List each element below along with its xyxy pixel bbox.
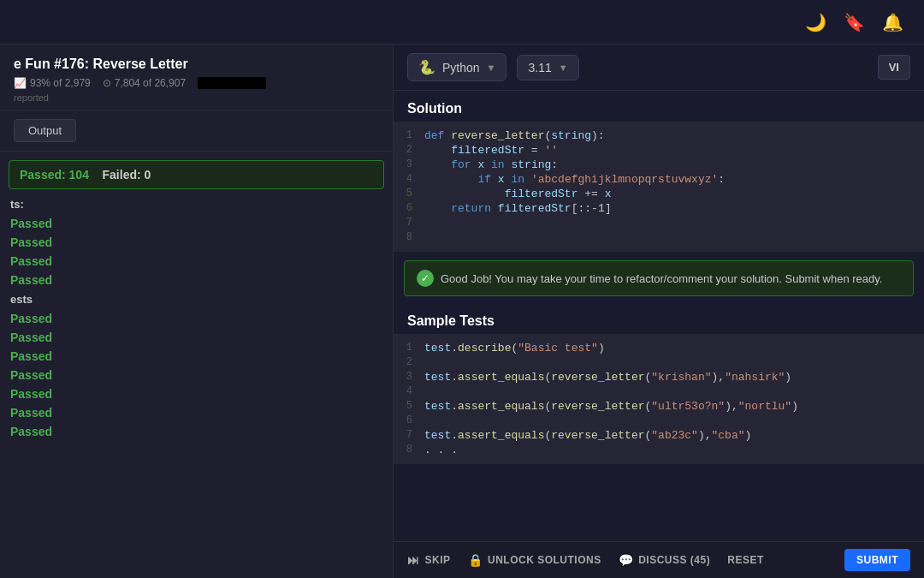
list-item: Passed bbox=[0, 328, 393, 347]
satisfaction-value: 93% of 2,979 bbox=[30, 77, 91, 89]
reset-button[interactable]: RESET bbox=[727, 554, 764, 566]
language-name: Python bbox=[442, 61, 480, 74]
results-panel: Passed: 104 Failed: 0 ts: Passed Passed … bbox=[0, 152, 393, 578]
code-line-8: 8 bbox=[394, 230, 924, 245]
satisfaction-meta: 📈 93% of 2,979 bbox=[14, 77, 91, 89]
kata-meta: 📈 93% of 2,979 ⊙ 7,804 of 26,907 bbox=[14, 77, 379, 89]
sample-line-8: 8 . . . bbox=[394, 443, 924, 457]
code-line-5: 5 filteredStr += x bbox=[394, 187, 924, 201]
python-icon: 🐍 bbox=[418, 59, 435, 75]
output-tab[interactable]: Output bbox=[14, 119, 76, 142]
skip-button[interactable]: ⏭ SKIP bbox=[407, 553, 451, 567]
version-selector[interactable]: 3.11 ▼ bbox=[517, 55, 578, 80]
code-line-3: 3 for x in string: bbox=[394, 158, 924, 172]
left-panel: e Fun #176: Reverse Letter 📈 93% of 2,97… bbox=[0, 45, 394, 578]
reported-link[interactable]: reported bbox=[14, 92, 379, 103]
list-item: Passed bbox=[0, 309, 393, 328]
code-line-6: 6 return filteredStr[::-1] bbox=[394, 201, 924, 216]
language-selector[interactable]: 🐍 Python ▼ bbox=[407, 53, 506, 81]
more-tests-label: ests bbox=[0, 289, 393, 309]
unlock-solutions-button[interactable]: 🔒 UNLOCK SOLUTIONS bbox=[468, 553, 601, 567]
skip-label: SKIP bbox=[425, 554, 451, 566]
bookmark-icon[interactable]: 🔖 bbox=[844, 12, 865, 33]
user-avatar bbox=[198, 77, 266, 89]
test-section-label: ts: bbox=[0, 194, 393, 214]
list-item: Passed bbox=[0, 422, 393, 441]
success-message: Good Job! You may take your time to refa… bbox=[441, 272, 882, 285]
reset-label: RESET bbox=[727, 554, 764, 566]
sample-code: 1 test.describe("Basic test") 2 3 test.a… bbox=[394, 334, 924, 464]
chevron-down-icon: ▼ bbox=[487, 63, 496, 73]
sample-line-1: 1 test.describe("Basic test") bbox=[394, 341, 924, 355]
sample-line-3: 3 test.assert_equals(reverse_letter("kri… bbox=[394, 370, 924, 384]
submit-label: SUBMIT bbox=[856, 554, 898, 566]
moon-icon[interactable]: 🌙 bbox=[805, 12, 826, 33]
solution-header: Solution bbox=[394, 91, 924, 122]
results-summary: Passed: 104 Failed: 0 bbox=[9, 160, 384, 189]
list-item: Passed bbox=[0, 214, 393, 233]
vi-button[interactable]: VI bbox=[878, 55, 910, 80]
right-panel: 🐍 Python ▼ 3.11 ▼ VI Solution 1 def reve… bbox=[394, 45, 924, 578]
list-item: Passed bbox=[0, 384, 393, 403]
submit-button[interactable]: SUBMIT bbox=[844, 549, 910, 571]
action-bar: ⏭ SKIP 🔒 UNLOCK SOLUTIONS 💬 DISCUSS (45)… bbox=[394, 541, 924, 578]
discuss-icon: 💬 bbox=[619, 553, 634, 567]
version-value: 3.11 bbox=[528, 61, 551, 74]
code-editor[interactable]: 1 def reverse_letter(string): 2 filtered… bbox=[394, 122, 924, 252]
completions-icon: ⊙ bbox=[103, 77, 111, 89]
chevron-down-icon-2: ▼ bbox=[559, 63, 568, 73]
passed-count: Passed: 104 bbox=[20, 168, 89, 182]
sample-line-5: 5 test.assert_equals(reverse_letter("ult… bbox=[394, 399, 924, 414]
code-line-7: 7 bbox=[394, 216, 924, 230]
list-item: Passed bbox=[0, 271, 393, 289]
lock-icon: 🔒 bbox=[468, 553, 483, 567]
bell-icon[interactable]: 🔔 bbox=[882, 12, 903, 33]
kata-header: e Fun #176: Reverse Letter 📈 93% of 2,97… bbox=[0, 45, 393, 110]
sample-line-7: 7 test.assert_equals(reverse_letter("ab2… bbox=[394, 428, 924, 443]
list-item: Passed bbox=[0, 233, 393, 252]
code-line-4: 4 if x in 'abcdefghijklmnopqrstuvwxyz': bbox=[394, 172, 924, 187]
list-item: Passed bbox=[0, 252, 393, 271]
failed-count: Failed: 0 bbox=[103, 168, 151, 182]
kata-title: e Fun #176: Reverse Letter bbox=[14, 57, 379, 72]
discuss-label: DISCUSS (45) bbox=[638, 554, 710, 566]
completions-meta: ⊙ 7,804 of 26,907 bbox=[103, 77, 186, 89]
unlock-label: UNLOCK SOLUTIONS bbox=[488, 554, 601, 566]
sample-line-4: 4 bbox=[394, 384, 924, 399]
tab-bar: Output bbox=[0, 110, 393, 152]
completions-value: 7,804 of 26,907 bbox=[115, 77, 186, 89]
satisfaction-icon: 📈 bbox=[14, 77, 27, 89]
success-icon: ✓ bbox=[417, 270, 434, 287]
topbar: 🌙 🔖 🔔 bbox=[0, 0, 924, 45]
skip-icon: ⏭ bbox=[407, 553, 420, 567]
list-item: Passed bbox=[0, 347, 393, 366]
code-line-2: 2 filteredStr = '' bbox=[394, 143, 924, 158]
code-line-1: 1 def reverse_letter(string): bbox=[394, 128, 924, 143]
sample-line-2: 2 bbox=[394, 355, 924, 370]
sample-line-6: 6 bbox=[394, 414, 924, 428]
sample-tests-header: Sample Tests bbox=[394, 305, 924, 334]
list-item: Passed bbox=[0, 366, 393, 384]
discuss-button[interactable]: 💬 DISCUSS (45) bbox=[619, 553, 711, 567]
lang-toolbar: 🐍 Python ▼ 3.11 ▼ VI bbox=[394, 45, 924, 91]
main-layout: e Fun #176: Reverse Letter 📈 93% of 2,97… bbox=[0, 45, 924, 578]
success-banner: ✓ Good Job! You may take your time to re… bbox=[404, 260, 914, 296]
list-item: Passed bbox=[0, 403, 393, 422]
solution-area: Solution 1 def reverse_letter(string): 2… bbox=[394, 91, 924, 541]
